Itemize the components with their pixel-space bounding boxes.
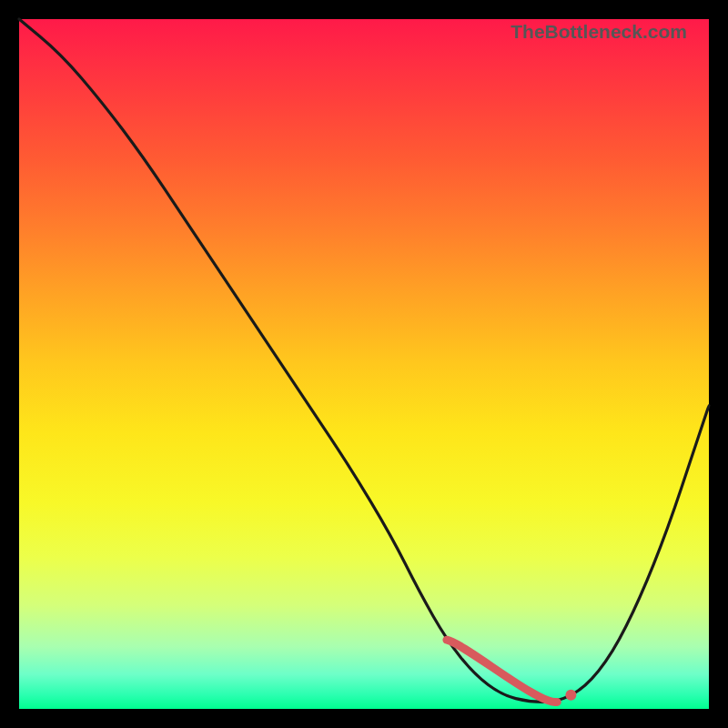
optimal-point-dot — [565, 690, 576, 701]
bottleneck-curve — [19, 19, 709, 702]
plot-area: TheBottleneck.com — [19, 19, 709, 709]
chart-svg — [19, 19, 709, 709]
chart-frame: TheBottleneck.com — [0, 0, 728, 728]
